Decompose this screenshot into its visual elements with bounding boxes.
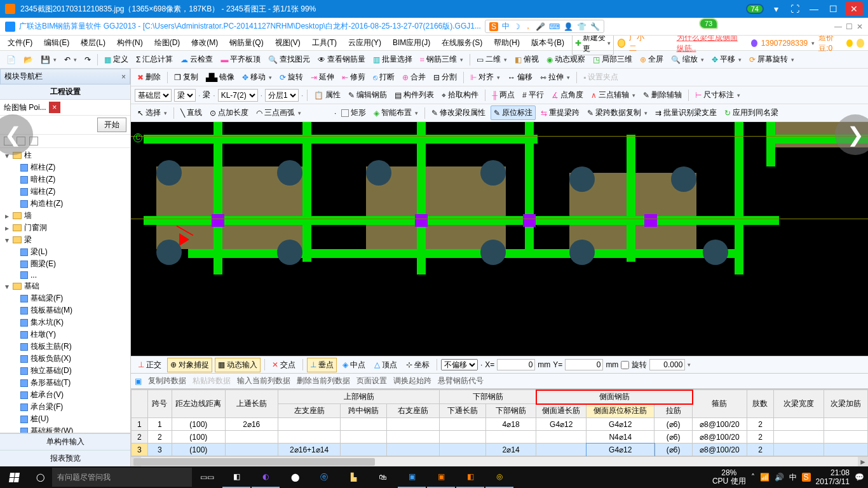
wtb-merge[interactable]: ⊕合并 [400, 71, 428, 84]
y-input[interactable] [565, 359, 603, 370]
snap-mid[interactable]: ◈中点 [339, 358, 369, 372]
taskbar-search[interactable]: 有问题尽管问我 [52, 468, 192, 487]
wtb-origlabel[interactable]: ✎原位标注 [491, 105, 536, 120]
th-uplong[interactable]: 上通长筋 [225, 390, 278, 418]
app-maximize[interactable]: ☐ [846, 22, 853, 31]
tb-define[interactable]: ▦定义 [102, 53, 131, 66]
wtb-offset[interactable]: ↔偏移 [505, 71, 535, 84]
x-input[interactable] [497, 359, 535, 370]
th-side[interactable]: 侧面钢筋 [536, 390, 693, 404]
wtb-threeax[interactable]: ∧三点辅轴 [588, 88, 638, 102]
table-row[interactable]: 33(100)2⌀16+1⌀142⌀14G4⌀12(⌀6)⌀8@100/202 [132, 444, 868, 456]
tb-local3d[interactable]: ◳局部三维 [590, 53, 635, 66]
taskbar-explorer-icon[interactable]: ▙ [339, 466, 367, 488]
th-sidelong[interactable]: 侧面通长筋 [536, 404, 587, 418]
gcmd-delcol[interactable]: 删除当前列数据 [297, 376, 350, 386]
sidebar-report[interactable]: 报表预览 [0, 450, 130, 466]
menu-help[interactable]: 帮助(H) [490, 36, 524, 50]
tree-node-raft-neg[interactable]: 筏板负筋(X) [1, 353, 129, 365]
system-tray[interactable]: 28%CPU 使用 ˄ 📶 🔊 中 S 21:082017/3/11 💬 [712, 468, 864, 486]
th-subext[interactable]: 次梁加筋 [824, 390, 868, 418]
layer-select[interactable]: 分层1 [265, 89, 299, 102]
tree-node-beam[interactable]: ▾梁 [1, 234, 129, 246]
wtb-dim[interactable]: ⊢尺寸标注 [693, 88, 743, 102]
wtb-align[interactable]: ⊩对齐 [468, 71, 503, 84]
tb-rot[interactable]: ⟳屏幕旋转 [747, 53, 797, 66]
th-leftdist[interactable]: 距左边线距离 [172, 390, 225, 418]
menu-cloud[interactable]: 云应用(Y) [344, 36, 385, 50]
tb-steel3d[interactable]: ⌗钢筋三维 [417, 53, 466, 66]
wtb-twopt[interactable]: ╫两点 [489, 88, 517, 102]
tree-node-found-beam[interactable]: 基础梁(F) [1, 292, 129, 304]
th-sideorig[interactable]: 侧面原位标注筋 [587, 404, 654, 418]
snap-dynin[interactable]: ▦动态输入 [215, 358, 261, 372]
start-button[interactable]: 开始 [97, 118, 126, 132]
tree-node-cap-beam[interactable]: 承台梁(F) [1, 401, 129, 413]
scroll-right-icon[interactable]: ► [858, 457, 868, 467]
th-upper[interactable]: 上部钢筋 [278, 390, 439, 404]
tray-notifications-icon[interactable]: 💬 [855, 473, 864, 482]
account-icon[interactable] [751, 39, 757, 47]
tb-bird[interactable]: ◧俯视 [512, 53, 541, 66]
user-avatar-icon[interactable] [618, 39, 625, 48]
menu-draw[interactable]: 绘图(D) [151, 36, 184, 50]
tree-node-beam-l[interactable]: 梁(L) [1, 246, 129, 258]
th-lowsteel[interactable]: 下部钢筋 [486, 404, 536, 418]
tb-undo[interactable]: ↶ [62, 54, 79, 65]
wtb-move[interactable]: ✥移动 [240, 71, 275, 84]
menu-file[interactable]: 文件(F) [4, 36, 36, 50]
th-span[interactable]: 跨号 [147, 390, 172, 418]
th-midspan[interactable]: 跨中钢筋 [341, 404, 387, 418]
wtb-copyspan[interactable]: ✎梁跨数据复制 [585, 106, 650, 119]
wtb-editsteel[interactable]: ✎编辑钢筋 [346, 88, 390, 102]
menu-tools[interactable]: 工具(T) [308, 36, 341, 50]
menu-steel[interactable]: 钢筋量(Q) [226, 36, 267, 50]
tb-flat[interactable]: ▬平齐板顶 [218, 53, 263, 66]
viewer-btn-fullscreen[interactable]: ⛶ [788, 2, 802, 16]
wtb-prop[interactable]: 📋属性 [311, 88, 343, 102]
data-grid[interactable]: 跨号 距左边线距离 上通长筋 上部钢筋 下部钢筋 侧面钢筋 箍筋 肢数 次梁宽度… [131, 389, 868, 456]
tb-sum[interactable]: Σ汇总计算 [133, 53, 175, 66]
task-view-icon[interactable]: ▭▭ [193, 466, 221, 488]
wtb-select[interactable]: ↖选择 [135, 106, 170, 119]
wtb-stretch[interactable]: ⇿拉伸 [538, 71, 573, 84]
snap-ortho[interactable]: ⊥正交 [135, 358, 165, 372]
wtb-applysame[interactable]: ↻应用到同名梁 [722, 106, 781, 119]
app-minimize[interactable]: — [834, 22, 842, 31]
tb-pan[interactable]: ✥平移 [709, 53, 744, 66]
th-leftsup[interactable]: 左支座筋 [278, 404, 340, 418]
ime-wrench-icon[interactable]: 🔧 [590, 22, 600, 31]
cortana-circle-icon[interactable]: ◯ [29, 466, 51, 488]
snap-coord[interactable]: ⊹坐标 [403, 358, 433, 372]
wtb-ptlen[interactable]: ⊙点加长度 [207, 106, 251, 119]
tb-save[interactable]: 💾 [38, 54, 59, 65]
tree-node-constr-column[interactable]: 构造柱(Z) [1, 198, 129, 210]
tb-find[interactable]: 🔍查找图元 [266, 53, 313, 66]
phone-link[interactable]: 13907298339 [761, 39, 808, 48]
taskbar-edge-icon[interactable]: ⓔ [310, 466, 338, 488]
menu-bim[interactable]: BIM应用(J) [389, 36, 434, 50]
tb-full[interactable]: ⊕全屏 [637, 53, 666, 66]
th-rightsup[interactable]: 右支座筋 [386, 404, 439, 418]
sidebar-close-icon[interactable]: × [121, 72, 126, 81]
taskbar-app-3[interactable]: ⬤ [281, 466, 309, 488]
tray-network-icon[interactable]: 📶 [760, 473, 770, 482]
gcmd-page[interactable]: 页面设置 [356, 376, 387, 386]
grid-hscroll[interactable]: ◄ ► [131, 456, 868, 466]
tree-node-iso-found[interactable]: 独立基础(D) [1, 365, 129, 377]
ime-bar[interactable]: S 中 ☽ ， 🎤 ⌨ 👤 👕 🔧 [485, 20, 604, 33]
wtb-line[interactable]: ╲直线 [178, 106, 205, 119]
th-lowlong[interactable]: 下通长筋 [440, 404, 486, 418]
scroll-thumb[interactable] [133, 458, 375, 466]
tb-steelview[interactable]: 👁查看钢筋量 [315, 53, 368, 66]
wtb-batchspan[interactable]: ⇉批量识别梁支座 [653, 106, 719, 119]
tree-node-end-column[interactable]: 端柱(Z) [1, 186, 129, 198]
wtb-split[interactable]: ⊟分割 [431, 71, 459, 84]
tb-cloud[interactable]: ☁云检查 [178, 53, 215, 66]
th-limbs[interactable]: 肢数 [747, 390, 774, 418]
start-button-win[interactable] [0, 466, 28, 488]
tree-node-pier[interactable]: 柱墩(Y) [1, 329, 129, 341]
wtb-list[interactable]: ▤构件列表 [392, 88, 437, 102]
tb-batchsel[interactable]: ▥批量选择 [370, 53, 415, 66]
ime-shirt-icon[interactable]: 👕 [577, 22, 587, 31]
